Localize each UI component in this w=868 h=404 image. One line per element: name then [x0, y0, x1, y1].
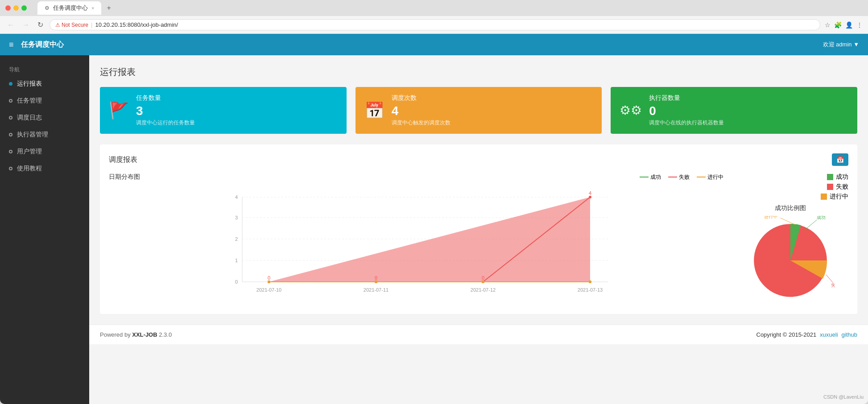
- sidebar-dot-icon: [9, 82, 12, 86]
- main-content: 运行报表 🚩 任务数量 3 调度中心运行的任务数量 📅: [89, 55, 868, 404]
- svg-text:2021-07-10: 2021-07-10: [256, 287, 281, 293]
- stat-label-tasks: 任务数量: [136, 94, 338, 102]
- app-header: ≡ 任务调度中心 欢迎 admin ▼: [0, 34, 868, 55]
- sidebar-item-task-management[interactable]: 任务管理: [0, 92, 89, 109]
- stat-card-schedules: 📅 调度次数 4 调度中心触发的调度次数: [355, 87, 602, 134]
- svg-text:2: 2: [235, 236, 238, 242]
- sidebar-item-schedule-log[interactable]: 调度日志: [0, 109, 89, 126]
- executor-count-icon: ⚙⚙: [620, 103, 642, 118]
- user-menu[interactable]: 欢迎 admin ▼: [823, 41, 860, 49]
- pie-legend-success: 成功: [827, 173, 848, 181]
- extensions-icon[interactable]: 🧩: [834, 21, 842, 29]
- pie-chart-container: 成功 失败 进行中: [732, 173, 848, 305]
- svg-line-34: [780, 218, 795, 225]
- sidebar-item-label: 用户管理: [17, 148, 42, 156]
- browser-navbar: ← → ↻ ⚠ Not Secure | 10.20.20.15:8080/xx…: [0, 16, 868, 34]
- pie-legend-fail-box: [827, 184, 833, 190]
- sidebar-item-tutorial[interactable]: 使用教程: [0, 160, 89, 177]
- charts-area: 日期分布图 成功 失败: [109, 173, 848, 305]
- footer-link-github[interactable]: github: [842, 331, 857, 338]
- svg-text:0: 0: [235, 279, 238, 284]
- svg-text:0: 0: [268, 275, 270, 280]
- sidebar-dot-icon: [9, 99, 12, 103]
- success-legend-line: [640, 177, 649, 177]
- pie-legend-success-box: [827, 174, 833, 180]
- copyright-text: Copyright © 2015-2021: [756, 331, 817, 338]
- stat-desc-schedules: 调度中心触发的调度次数: [392, 119, 593, 127]
- legend-success-label: 成功: [650, 173, 661, 181]
- line-chart-title: 日期分布图: [109, 173, 140, 181]
- new-tab-button[interactable]: +: [107, 4, 111, 12]
- progress-legend-line: [697, 177, 706, 177]
- sidebar-item-executor-management[interactable]: 执行器管理: [0, 126, 89, 143]
- address-bar[interactable]: ⚠ Not Secure | 10.20.20.15:8080/xxl-job-…: [50, 19, 820, 30]
- svg-text:4: 4: [235, 194, 238, 200]
- browser-titlebar: ⚙ 任务调度中心 × +: [0, 0, 868, 16]
- legend-success: 成功: [640, 173, 661, 181]
- pie-chart-svg: 进行中 成功 失败: [746, 216, 835, 305]
- svg-text:2021-07-11: 2021-07-11: [364, 287, 389, 293]
- footer-link-xuxueli[interactable]: xuxueli: [820, 331, 838, 338]
- report-section: 调度报表 📅 日期分布图: [100, 144, 857, 314]
- security-indicator: ⚠ Not Secure: [55, 22, 88, 28]
- minimize-button[interactable]: [13, 5, 19, 11]
- legend-fail-label: 失败: [679, 173, 690, 181]
- stat-value-schedules: 4: [392, 104, 593, 118]
- pie-chart-title: 成功比例图: [732, 204, 848, 212]
- footer-powered-by: Powered by XXL-JOB 2.3.0: [100, 331, 172, 338]
- stat-desc-tasks: 调度中心运行的任务数量: [136, 119, 338, 127]
- stat-value-executors: 0: [649, 104, 848, 118]
- browser-tab[interactable]: ⚙ 任务调度中心 ×: [37, 1, 101, 15]
- svg-text:失败: 失败: [831, 283, 835, 288]
- svg-point-32: [589, 280, 591, 283]
- sidebar-item-label: 任务管理: [17, 97, 42, 105]
- legend-fail: 失败: [668, 173, 690, 181]
- svg-text:0: 0: [482, 275, 484, 280]
- pie-legend-progress: 进行中: [821, 193, 848, 201]
- sidebar-item-user-management[interactable]: 用户管理: [0, 143, 89, 160]
- stat-label-executors: 执行器数量: [649, 94, 848, 102]
- bookmark-icon[interactable]: ☆: [825, 21, 831, 29]
- url-text: 10.20.20.15:8080/xxl-job-admin/: [95, 21, 178, 28]
- svg-point-30: [375, 280, 377, 283]
- calendar-button[interactable]: 📅: [832, 153, 848, 166]
- browser-action-buttons: ☆ 🧩 👤 ⋮: [825, 21, 863, 29]
- pie-legend-progress-box: [821, 194, 827, 200]
- stat-desc-executors: 调度中心在线的执行器机器数量: [649, 119, 848, 127]
- sidebar: 导航 运行报表 任务管理 调度日志 执行器管理: [0, 55, 89, 404]
- page-title: 运行报表: [100, 66, 857, 78]
- svg-text:进行中: 进行中: [764, 216, 777, 219]
- sidebar-item-run-report[interactable]: 运行报表: [0, 75, 89, 92]
- sidebar-dot-icon: [9, 133, 12, 136]
- pie-legend-fail: 失败: [827, 183, 848, 191]
- svg-text:2021-07-13: 2021-07-13: [578, 287, 603, 293]
- footer: Powered by XXL-JOB 2.3.0 Copyright © 201…: [89, 325, 868, 344]
- menu-icon[interactable]: ⋮: [856, 21, 863, 29]
- line-chart-container: 日期分布图 成功 失败: [109, 173, 723, 305]
- svg-point-29: [268, 280, 270, 283]
- svg-text:3: 3: [235, 215, 238, 220]
- profile-icon[interactable]: 👤: [845, 21, 853, 29]
- stat-card-executors: ⚙⚙ 执行器数量 0 调度中心在线的执行器机器数量: [611, 87, 857, 134]
- chart-legend: 成功 失败 进行中: [640, 173, 723, 181]
- sidebar-dot-icon: [9, 167, 12, 170]
- sidebar-dot-icon: [9, 150, 12, 153]
- forward-button[interactable]: →: [21, 19, 31, 31]
- stat-label-schedules: 调度次数: [392, 94, 593, 102]
- tab-favicon: ⚙: [45, 5, 50, 11]
- report-title: 调度报表 📅: [109, 153, 848, 166]
- window-controls: [5, 5, 27, 11]
- tab-close-button[interactable]: ×: [91, 5, 94, 11]
- svg-text:4: 4: [589, 190, 591, 196]
- stat-value-tasks: 3: [136, 104, 338, 118]
- maximize-button[interactable]: [21, 5, 27, 11]
- sidebar-item-label: 调度日志: [17, 114, 42, 122]
- sidebar-section-title: 导航: [0, 62, 89, 75]
- svg-line-38: [826, 275, 833, 283]
- back-button[interactable]: ←: [5, 19, 16, 31]
- close-button[interactable]: [5, 5, 11, 11]
- refresh-button[interactable]: ↻: [36, 19, 45, 31]
- legend-progress: 进行中: [697, 173, 723, 181]
- pie-chart-area: 进行中 成功 失败: [732, 216, 848, 305]
- hamburger-menu[interactable]: ≡: [9, 40, 14, 49]
